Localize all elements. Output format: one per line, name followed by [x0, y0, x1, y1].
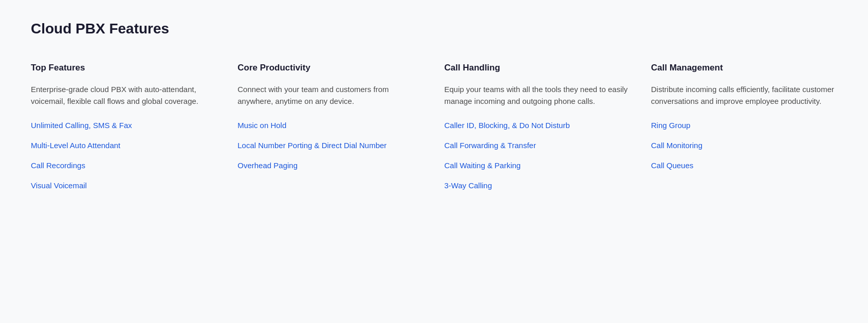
column-heading-core-productivity: Core Productivity: [237, 63, 423, 73]
feature-link-top-features-2[interactable]: Call Recordings: [31, 160, 217, 171]
column-top-features: Top FeaturesEnterprise-grade cloud PBX w…: [31, 63, 217, 200]
column-heading-top-features: Top Features: [31, 63, 217, 73]
feature-link-call-management-1[interactable]: Call Monitoring: [651, 140, 837, 151]
feature-link-top-features-0[interactable]: Unlimited Calling, SMS & Fax: [31, 120, 217, 131]
column-description-core-productivity: Connect with your team and customers fro…: [237, 83, 423, 107]
feature-link-call-handling-2[interactable]: Call Waiting & Parking: [445, 160, 631, 171]
column-description-top-features: Enterprise-grade cloud PBX with auto-att…: [31, 83, 217, 107]
feature-link-core-productivity-0[interactable]: Music on Hold: [237, 120, 423, 131]
column-core-productivity: Core ProductivityConnect with your team …: [237, 63, 423, 200]
feature-link-core-productivity-1[interactable]: Local Number Porting & Direct Dial Numbe…: [237, 140, 423, 151]
feature-link-call-management-2[interactable]: Call Queues: [651, 160, 837, 171]
features-columns: Top FeaturesEnterprise-grade cloud PBX w…: [31, 63, 837, 200]
feature-link-call-handling-1[interactable]: Call Forwarding & Transfer: [445, 140, 631, 151]
feature-link-call-management-0[interactable]: Ring Group: [651, 120, 837, 131]
page-title: Cloud PBX Features: [31, 21, 837, 37]
column-call-management: Call ManagementDistribute incoming calls…: [651, 63, 837, 200]
column-description-call-management: Distribute incoming calls efficiently, f…: [651, 83, 837, 107]
column-heading-call-management: Call Management: [651, 63, 837, 73]
feature-link-top-features-1[interactable]: Multi-Level Auto Attendant: [31, 140, 217, 151]
feature-link-core-productivity-2[interactable]: Overhead Paging: [237, 160, 423, 171]
column-description-call-handling: Equip your teams with all the tools they…: [445, 83, 631, 107]
feature-link-call-handling-0[interactable]: Caller ID, Blocking, & Do Not Disturb: [445, 120, 631, 131]
column-heading-call-handling: Call Handling: [445, 63, 631, 73]
column-call-handling: Call HandlingEquip your teams with all t…: [445, 63, 631, 200]
feature-link-top-features-3[interactable]: Visual Voicemail: [31, 180, 217, 191]
feature-link-call-handling-3[interactable]: 3-Way Calling: [445, 180, 631, 191]
